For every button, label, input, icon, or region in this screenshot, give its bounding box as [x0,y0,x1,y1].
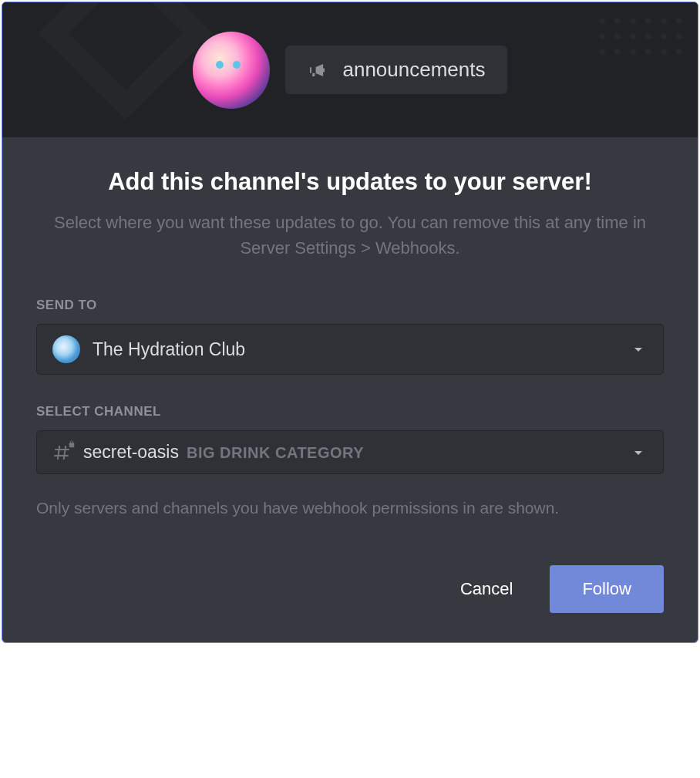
select-channel-select[interactable]: secret-oasis BIG DRINK CATEGORY [36,430,664,474]
follow-channel-modal: announcements Add this channel's updates… [2,2,698,643]
modal-content: Add this channel's updates to your serve… [2,137,698,544]
channel-badge: announcements [285,45,506,94]
send-to-value: The Hydration Club [93,339,617,360]
decorative-dots [599,18,682,55]
select-channel-value: secret-oasis [83,442,179,463]
select-channel-value-wrap: secret-oasis BIG DRINK CATEGORY [83,442,617,463]
decorative-diamond [39,2,213,120]
help-text: Only servers and channels you have webho… [36,496,664,520]
chevron-down-icon [629,340,648,359]
channel-name: announcements [342,58,485,82]
hash-lock-icon [52,443,71,462]
chevron-down-icon [629,443,648,462]
modal-title: Add this channel's updates to your serve… [36,168,664,196]
megaphone-icon [307,61,328,79]
modal-header: announcements [2,2,698,137]
modal-subtitle: Select where you want these updates to g… [36,210,664,261]
select-channel-label: SELECT CHANNEL [36,404,664,419]
select-channel-category: BIG DRINK CATEGORY [187,444,364,462]
send-to-select[interactable]: The Hydration Club [36,324,664,375]
send-to-label: SEND TO [36,298,664,313]
cancel-button[interactable]: Cancel [445,568,528,610]
follow-button[interactable]: Follow [550,565,664,613]
server-icon [52,335,80,363]
modal-footer: Cancel Follow [2,544,698,642]
server-avatar [193,32,270,109]
